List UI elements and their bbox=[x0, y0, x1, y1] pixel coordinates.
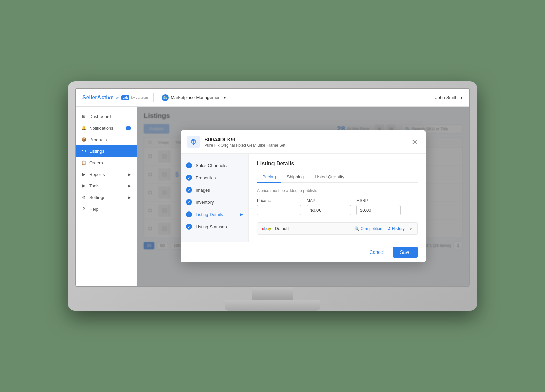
top-nav: SellerActive ♂ cait by Cart.com 🏪 Market… bbox=[76, 89, 469, 107]
modal-body: ✓ Sales Channels ✓ Properties ✓ bbox=[181, 154, 426, 242]
sidebar-item-dashboard[interactable]: ⊞ Dashboard bbox=[76, 111, 137, 122]
notifications-icon: 🔔 bbox=[81, 125, 87, 131]
modal-nav-listing-details[interactable]: ✓ Listing Details ▶ bbox=[181, 208, 248, 220]
modal-nav-sales-channels[interactable]: ✓ Sales Channels bbox=[181, 159, 248, 172]
notifications-badge: 0 bbox=[126, 126, 131, 130]
logo-badge: cait bbox=[121, 95, 129, 100]
nav-item-label: Listing Details bbox=[196, 212, 223, 217]
logo-area: SellerActive ♂ cait by Cart.com bbox=[82, 95, 148, 101]
product-icon bbox=[187, 136, 200, 148]
pricing-alert: A price must be added to publish. bbox=[257, 188, 418, 193]
msrp-field: MSRP bbox=[356, 198, 401, 215]
price-field: Price 🏷 bbox=[257, 198, 301, 215]
price-tag-icon: 🏷 bbox=[267, 199, 271, 203]
sidebar-item-label: Dashboard bbox=[89, 114, 111, 119]
nav-divider bbox=[153, 93, 154, 102]
marketplace-button[interactable]: 🏪 Marketplace Management ▾ bbox=[159, 93, 229, 102]
nav-item-label: Properties bbox=[196, 175, 216, 180]
nav-item-label: Sales Channels bbox=[196, 163, 227, 168]
marketplace-label: Marketplace Management bbox=[171, 95, 222, 100]
modal-nav-inventory[interactable]: ✓ Inventory bbox=[181, 196, 248, 208]
sidebar-item-products[interactable]: 📦 Products bbox=[76, 134, 137, 145]
pricing-rule-row: e b a y Default 🔍 bbox=[257, 222, 418, 235]
ebay-e: e bbox=[262, 226, 264, 231]
modal-product-info: B00A4DLK9I Pure Fix Original Fixed Gear … bbox=[204, 136, 406, 148]
modal-header: B00A4DLK9I Pure Fix Original Fixed Gear … bbox=[181, 130, 426, 154]
sidebar-item-label: Listings bbox=[89, 149, 104, 154]
logo-gender-icon: ♂ bbox=[116, 95, 120, 100]
rule-label: Default bbox=[275, 226, 289, 231]
modal-overlay: B00A4DLK9I Pure Fix Original Fixed Gear … bbox=[137, 107, 469, 286]
modal-nav-listing-statuses[interactable]: ✓ Listing Statuses bbox=[181, 220, 248, 233]
competition-icon: 🔍 bbox=[354, 226, 359, 231]
sidebar: ⊞ Dashboard 🔔 Notifications 0 📦 Products… bbox=[76, 107, 137, 286]
price-label: Price 🏷 bbox=[257, 198, 301, 203]
listing-details-arrow-icon: ▶ bbox=[240, 212, 243, 217]
sidebar-item-notifications[interactable]: 🔔 Notifications 0 bbox=[76, 122, 137, 134]
nav-item-label: Inventory bbox=[196, 200, 214, 205]
history-icon: ↺ bbox=[387, 226, 391, 231]
msrp-input[interactable] bbox=[356, 205, 401, 215]
nav-item-label: Images bbox=[196, 187, 210, 193]
sidebar-item-help[interactable]: ? Help bbox=[76, 203, 137, 215]
sidebar-item-label: Tools bbox=[89, 183, 99, 189]
settings-icon: ⚙ bbox=[81, 195, 87, 200]
top-nav-left: SellerActive ♂ cait by Cart.com 🏪 Market… bbox=[82, 93, 229, 102]
ebay-a: a bbox=[267, 226, 269, 231]
rule-actions: 🔍 Competition ↺ History ∨ bbox=[354, 226, 412, 231]
dashboard-icon: ⊞ bbox=[81, 114, 87, 119]
images-check: ✓ bbox=[186, 187, 192, 193]
properties-check: ✓ bbox=[186, 175, 192, 181]
modal-close-button[interactable]: ✕ bbox=[410, 137, 419, 147]
tools-icon: ▶ bbox=[81, 183, 87, 189]
sidebar-item-label: Settings bbox=[89, 195, 105, 200]
map-input[interactable] bbox=[307, 205, 351, 215]
sidebar-item-reports[interactable]: ▶ Reports ▶ bbox=[76, 168, 137, 180]
orders-icon: 📋 bbox=[81, 160, 87, 165]
tab-listed-quantity[interactable]: Listed Quantity bbox=[309, 172, 350, 183]
settings-arrow-icon: ▶ bbox=[128, 196, 131, 199]
tab-shipping[interactable]: Shipping bbox=[281, 172, 310, 183]
logo-text: SellerActive bbox=[82, 95, 114, 101]
competition-button[interactable]: 🔍 Competition bbox=[354, 226, 383, 231]
modal-footer: Cancel Save bbox=[181, 242, 426, 262]
modal-nav-properties[interactable]: ✓ Properties bbox=[181, 172, 248, 184]
tabs: Pricing Shipping Listed Quantity bbox=[257, 172, 418, 183]
product-name: Pure Fix Original Fixed Gear Bike Frame … bbox=[204, 143, 406, 148]
modal-nav-images[interactable]: ✓ Images bbox=[181, 184, 248, 196]
app-body: ⊞ Dashboard 🔔 Notifications 0 📦 Products… bbox=[76, 107, 469, 286]
cancel-button[interactable]: Cancel bbox=[364, 247, 390, 258]
main-content: Listings Publish 28 At Min Price ⊞ bbox=[137, 107, 469, 286]
sidebar-item-settings[interactable]: ⚙ Settings ▶ bbox=[76, 192, 137, 203]
top-nav-right[interactable]: John Smith ▾ bbox=[435, 95, 463, 100]
sidebar-item-orders[interactable]: 📋 Orders bbox=[76, 157, 137, 168]
msrp-label: MSRP bbox=[356, 198, 401, 203]
save-button[interactable]: Save bbox=[393, 247, 418, 258]
sidebar-item-tools[interactable]: ▶ Tools ▶ bbox=[76, 180, 137, 192]
sidebar-item-label: Help bbox=[89, 207, 98, 212]
tab-pricing[interactable]: Pricing bbox=[257, 172, 281, 183]
modal-sidebar: ✓ Sales Channels ✓ Properties ✓ bbox=[181, 154, 249, 242]
listings-icon: 🏷 bbox=[81, 148, 87, 154]
marketplace-dropdown-icon: ▾ bbox=[224, 95, 226, 100]
monitor-stand-top bbox=[252, 287, 293, 300]
product-sku: B00A4DLK9I bbox=[204, 136, 406, 142]
sidebar-item-listings[interactable]: 🏷 Listings bbox=[76, 145, 137, 157]
help-icon: ? bbox=[81, 206, 87, 212]
monitor-stand-base bbox=[225, 300, 320, 311]
marketplace-icon: 🏪 bbox=[162, 94, 169, 101]
ebay-y: y bbox=[269, 226, 271, 231]
tools-arrow-icon: ▶ bbox=[128, 184, 131, 188]
reports-icon: ▶ bbox=[81, 172, 87, 177]
chevron-down-icon[interactable]: ∨ bbox=[409, 226, 412, 231]
price-input[interactable] bbox=[257, 205, 301, 215]
sales-channels-check: ✓ bbox=[186, 162, 192, 168]
history-button[interactable]: ↺ History bbox=[387, 226, 405, 231]
reports-arrow-icon: ▶ bbox=[128, 173, 131, 176]
sidebar-item-label: Orders bbox=[89, 160, 103, 165]
competition-label: Competition bbox=[361, 226, 383, 231]
user-dropdown-icon: ▾ bbox=[460, 95, 463, 100]
modal-main-content: Listing Details Pricing Shipping Listed … bbox=[249, 154, 426, 242]
section-title: Listing Details bbox=[257, 161, 418, 167]
nav-item-label: Listing Statuses bbox=[196, 224, 227, 229]
